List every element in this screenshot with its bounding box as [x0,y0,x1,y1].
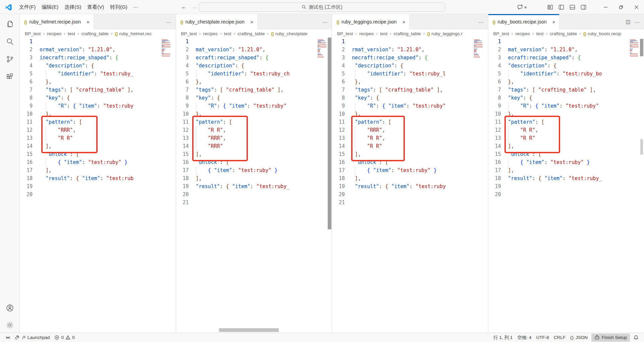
language-mode-item[interactable]: {} JSON [568,334,590,341]
minimap[interactable] [162,39,171,59]
breadcrumb-file[interactable]: {}ruby_helmet.rec [115,31,152,36]
more-actions-icon[interactable]: ··· [479,19,484,25]
breadcrumb-item-recipes[interactable]: recipes [359,31,374,36]
vertical-scrollbar-thumb[interactable] [640,139,643,155]
notifications-bell-icon[interactable] [631,335,641,340]
breadcrumb-file[interactable]: {}ruby_boots.recip [583,31,621,36]
breadcrumb-item-bp_test[interactable]: BP_test [25,31,41,36]
breadcrumb-item-test[interactable]: test [380,31,387,36]
code-line: 7 "tags": [ "crafting_table" ], [20,86,176,94]
remote-indicator[interactable]: >< [3,334,12,341]
command-center-search[interactable]: 测试包 (工作区) [199,2,445,12]
code-text: "pattern": [ [196,118,232,126]
tab-boots[interactable]: {}ruby_boots.recipe.json× [488,14,560,30]
status-item[interactable]: 空格: 4 [515,334,534,341]
finish-setup-button[interactable]: Finish Setup [591,334,630,342]
breadcrumb-item-test[interactable]: test [68,31,75,36]
breadcrumb-separator: › [546,31,547,36]
settings-gear-icon[interactable] [6,321,14,329]
customize-layout-icon[interactable] [547,4,553,10]
line-number: 17 [332,166,345,174]
tab-chestplate[interactable]: {}ruby_chestplate.recipe.json× [176,14,258,30]
nav-forward-button[interactable]: → [192,4,197,10]
menu-more-button[interactable]: ··· [130,4,141,10]
code-line: 20 [332,190,488,198]
more-actions-icon[interactable]: ··· [166,19,171,25]
breadcrumb-item-test[interactable]: test [536,31,544,36]
toggle-panel-icon[interactable] [570,4,575,10]
code-line: 15 "unlock": [ [20,150,176,158]
code-line: 9 "R": { "item": "test:ruby" [176,102,332,110]
toggle-secondary-sidebar-icon[interactable] [581,4,586,10]
code-editor[interactable]: 12ormat_version": "1.21.0",3inecraft:rec… [20,38,176,333]
explorer-icon[interactable] [6,19,14,28]
code-editor[interactable]: 12mat_version": "1.21.0",3ecraft:recipe_… [176,38,332,333]
breadcrumb-item-bp_test[interactable]: BP_test [337,31,353,36]
line-number: 8 [488,94,501,102]
vertical-scrollbar-thumb[interactable] [640,39,643,56]
activity-bar [0,14,20,333]
menu-item-e[interactable]: 编辑(E) [39,2,61,12]
code-editor[interactable]: 12rmat_version": "1.21.0",3necraft:recip… [332,38,488,333]
breadcrumb-file[interactable]: {}ruby_chestplate [271,31,307,36]
indent-guide [508,158,508,166]
more-actions-icon[interactable]: ··· [322,19,327,25]
tab-close-icon[interactable]: × [401,19,407,25]
horizontal-scrollbar-thumb[interactable] [219,328,279,332]
window-minimize-button[interactable] [598,0,613,14]
more-actions-icon[interactable]: ··· [635,19,640,25]
code-text: "identifier": "test:ruby_ [40,70,133,78]
menu-item-s[interactable]: 选择(S) [61,2,84,12]
line-number: 16 [20,158,33,166]
status-item[interactable]: UTF-8 [534,334,551,341]
code-editor[interactable]: 12mat_version": "1.21.0",3ecraft:recipe_… [488,38,644,333]
launchpad-status-item[interactable]: Launchpad [12,334,52,341]
status-item[interactable]: 行 1, 列 1 [491,334,515,341]
vertical-scrollbar-thumb[interactable] [328,38,331,229]
code-text: "unlock": [ [196,158,229,166]
code-line: 19 [20,182,176,190]
source-control-icon[interactable] [6,55,14,63]
split-editor-icon[interactable]: ◫ [626,19,631,25]
code-line: 10}, [176,110,332,118]
window-close-button[interactable] [629,0,644,14]
indent-guide [355,142,355,150]
extensions-icon[interactable] [6,73,14,81]
breadcrumb-item-bp_test[interactable]: BP_test [181,31,197,36]
breadcrumb-item-recipes[interactable]: recipes [47,31,62,36]
breadcrumb-item-test[interactable]: test [224,31,231,36]
indent-guide [196,166,196,174]
tab-close-icon[interactable]: × [86,19,91,25]
menu-item-f[interactable]: 文件(F) [16,2,39,12]
minimap[interactable] [474,39,483,60]
toggle-primary-sidebar-icon[interactable] [558,4,564,10]
copilot-menu-button[interactable]: ∨ [517,4,527,10]
code-line: 11 "pattern": [ [332,118,488,126]
line-number: 16 [176,158,189,166]
indent-guide [46,134,46,142]
breadcrumb-item-crafting_table[interactable]: crafting_table [394,31,421,36]
breadcrumb-item-crafting_table[interactable]: crafting_table [237,31,265,36]
breadcrumb-item-bp_test[interactable]: BP_test [493,31,509,36]
minimap[interactable] [630,39,639,59]
tab-close-icon[interactable]: × [551,19,556,25]
status-item[interactable]: CRLF [551,334,568,341]
menu-item-v[interactable]: 查看(V) [84,2,107,12]
breadcrumb-file[interactable]: {}ruby_leggings.r [427,31,462,36]
menu-item-g[interactable]: 转到(G) [107,2,130,12]
account-icon[interactable] [6,304,14,312]
problems-status-item[interactable]: 0 0 [52,334,77,341]
window-restore-button[interactable] [613,0,629,14]
tab-leggings[interactable]: {}ruby_leggings.recipe.json× [332,14,410,30]
minimap[interactable] [318,39,327,60]
breadcrumb-item-recipes[interactable]: recipes [203,31,218,36]
tab-helmet[interactable]: {}ruby_helmet.recipe.json× [20,14,94,30]
indent-guide [196,70,196,78]
breadcrumb-item-crafting_table[interactable]: crafting_table [550,31,577,36]
search-icon[interactable] [6,37,14,46]
tab-close-icon[interactable]: × [249,19,254,25]
nav-back-button[interactable]: ← [181,4,187,10]
breadcrumb-item-crafting_table[interactable]: crafting_table [82,31,109,36]
breadcrumb-item-recipes[interactable]: recipes [515,31,530,36]
line-number: 12 [20,126,33,134]
